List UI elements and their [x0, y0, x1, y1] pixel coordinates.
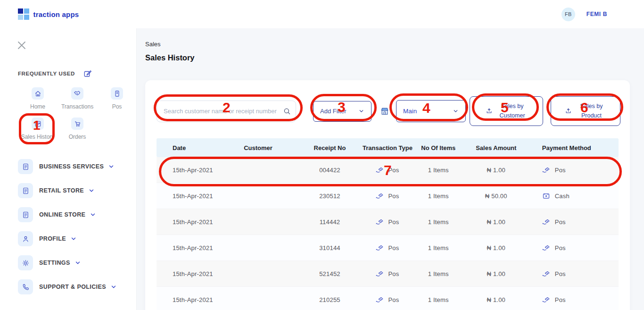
table-row[interactable]: 15th-Apr-2021 310144 Pos 1 Items ₦ 1.00 … [157, 235, 619, 261]
pos-payment-icon [542, 270, 550, 278]
cell-sales-amount: ₦ 1.00 [462, 244, 531, 251]
sales-by-customer-label: Sales by Customer [497, 102, 528, 120]
cell-date: 15th-Apr-2021 [157, 296, 216, 303]
upload-icon [486, 108, 493, 115]
pos-transaction-icon [376, 166, 384, 174]
sales-by-product-button[interactable]: Sales by Product [551, 96, 620, 126]
cell-date: 15th-Apr-2021 [157, 167, 216, 174]
search-input[interactable] [157, 101, 296, 122]
branch-selector-dropdown[interactable]: Main [396, 100, 466, 122]
avatar[interactable]: FB [561, 8, 575, 21]
pos-payment-icon [542, 296, 550, 304]
sidebar-item-pos[interactable]: Pos [97, 87, 137, 117]
document-icon [18, 183, 33, 198]
cell-sales-amount: ₦ 1.00 [462, 218, 531, 226]
column-header-receipt-no: Receipt No [300, 144, 360, 151]
home-icon [32, 87, 44, 100]
cell-transaction-type: Pos [388, 167, 399, 174]
cell-transaction-type: Pos [388, 193, 399, 200]
cell-receipt-no: 210255 [300, 296, 360, 303]
sidebar-item-profile[interactable]: PROFILE [0, 228, 136, 249]
table-row[interactable]: 15th-Apr-2021 210255 Pos 1 Items ₦ 1.00 … [157, 287, 619, 310]
cell-no-of-items: 1 Items [415, 218, 462, 226]
pos-payment-icon [542, 218, 550, 226]
pos-payment-icon [542, 244, 550, 252]
cell-date: 15th-Apr-2021 [157, 270, 216, 277]
menu-item-label: PROFILE [39, 235, 66, 242]
cell-sales-amount: ₦ 1.00 [462, 167, 531, 174]
chevron-down-icon [70, 235, 77, 242]
pos-terminal-icon [111, 87, 123, 100]
pos-transaction-icon [376, 296, 384, 304]
table-row[interactable]: 15th-Apr-2021 230512 Pos 1 Items ₦ 50.00… [157, 183, 619, 209]
chevron-down-icon [88, 187, 95, 194]
quick-item-label: Sales History [21, 134, 55, 140]
branch-selector-value: Main [403, 108, 417, 115]
logo[interactable]: traction apps [18, 8, 79, 20]
cell-transaction-type: Pos [388, 270, 399, 277]
cell-no-of-items: 1 Items [415, 244, 462, 251]
sidebar: FREQUENTLY USED Home Transactions [0, 28, 137, 310]
cell-no-of-items: 1 Items [415, 193, 462, 200]
cell-sales-amount: ₦ 1.00 [462, 270, 531, 277]
sidebar-item-home[interactable]: Home [18, 87, 58, 117]
cash-icon [542, 192, 550, 200]
cell-date: 15th-Apr-2021 [157, 244, 216, 251]
sidebar-item-business-services[interactable]: BUSINESS SERVICES [0, 156, 136, 177]
user-area: FB FEMI B [561, 8, 607, 21]
column-header-sales-amount: Sales Amount [462, 144, 531, 151]
sidebar-item-sales-history[interactable]: Sales History [18, 117, 58, 148]
column-header-no-of-items: No Of Items [415, 144, 462, 151]
sales-by-product-label: Sales by Product [577, 102, 607, 120]
pos-transaction-icon [376, 218, 384, 226]
quick-item-label: Orders [69, 134, 86, 140]
edit-icon[interactable] [83, 69, 92, 78]
handshake-icon [71, 87, 83, 100]
cell-payment-method: Pos [555, 167, 566, 174]
phone-icon [18, 279, 33, 294]
sidebar-item-settings[interactable]: SETTINGS [0, 252, 136, 273]
sales-by-customer-button[interactable]: Sales by Customer [470, 96, 543, 126]
pos-transaction-icon [376, 244, 384, 252]
frequently-used-header: FREQUENTLY USED [18, 69, 136, 78]
chevron-down-icon [358, 108, 364, 114]
cell-receipt-no: 230512 [300, 193, 360, 200]
quick-item-label: Transactions [61, 103, 93, 110]
menu-item-label: BUSINESS SERVICES [39, 163, 104, 170]
sales-table: Date Customer Receipt No Transaction Typ… [145, 138, 630, 310]
table-row[interactable]: 15th-Apr-2021 114442 Pos 1 Items ₦ 1.00 … [157, 209, 619, 235]
table-row[interactable]: 15th-Apr-2021 521452 Pos 1 Items ₦ 1.00 … [157, 261, 619, 287]
username[interactable]: FEMI B [586, 11, 607, 17]
frequently-used-label: FREQUENTLY USED [18, 71, 75, 76]
sidebar-menu: BUSINESS SERVICES RETAIL STORE ONLINE ST [0, 156, 136, 297]
cell-receipt-no: 004422 [300, 167, 360, 174]
menu-item-label: SETTINGS [39, 260, 70, 266]
document-icon [18, 207, 33, 222]
toolbar: Add Filter Main Sales by Customer [145, 80, 630, 126]
search-icon[interactable] [283, 107, 291, 116]
sidebar-item-orders[interactable]: Orders [58, 117, 97, 148]
cell-date: 15th-Apr-2021 [157, 193, 216, 200]
add-filter-dropdown[interactable]: Add Filter [313, 101, 372, 122]
table-row[interactable]: 15th-Apr-2021 004422 Pos 1 Items ₦ 1.00 … [157, 157, 619, 183]
sidebar-item-online-store[interactable]: ONLINE STORE [0, 204, 136, 225]
cell-payment-method: Pos [555, 218, 566, 226]
breadcrumb[interactable]: Sales [145, 41, 161, 48]
chevron-down-icon [110, 284, 117, 290]
upload-icon [565, 108, 572, 115]
pos-transaction-icon [376, 270, 384, 278]
menu-item-label: SUPPORT & POLICIES [39, 284, 106, 290]
table-header-row: Date Customer Receipt No Transaction Typ… [157, 138, 619, 157]
main-content: Sales Sales History Add Filter [137, 28, 644, 310]
gear-icon [18, 255, 33, 270]
sidebar-item-support-policies[interactable]: SUPPORT & POLICIES [0, 276, 136, 297]
cell-sales-amount: ₦ 1.00 [462, 296, 531, 303]
cell-no-of-items: 1 Items [415, 296, 462, 303]
column-header-payment-method: Payment Method [531, 144, 619, 151]
chevron-down-icon [108, 163, 115, 170]
sidebar-item-transactions[interactable]: Transactions [58, 87, 97, 117]
close-icon[interactable] [17, 41, 26, 50]
cell-no-of-items: 1 Items [415, 167, 462, 174]
sidebar-item-retail-store[interactable]: RETAIL STORE [0, 180, 136, 201]
add-filter-label: Add Filter [320, 108, 347, 115]
